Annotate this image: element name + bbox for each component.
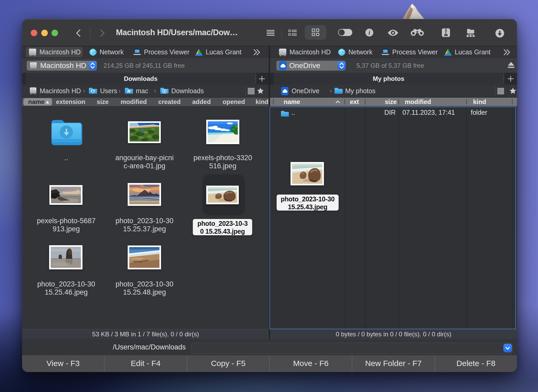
svg-text:i: i	[369, 29, 370, 36]
